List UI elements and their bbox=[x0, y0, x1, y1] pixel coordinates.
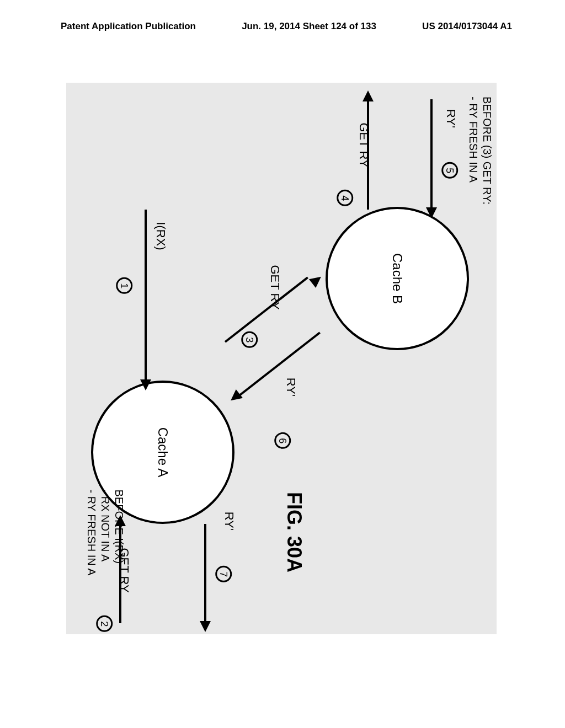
node-cache-a-label: Cache A bbox=[155, 427, 170, 478]
node-cache-b-label: Cache B bbox=[390, 253, 405, 304]
step-4: 4 bbox=[322, 176, 367, 206]
header-center: Jun. 19, 2014 Sheet 124 of 133 bbox=[242, 21, 376, 32]
step-4-badge: 4 bbox=[337, 190, 353, 206]
header-left: Patent Application Publication bbox=[61, 21, 196, 32]
step-6: 6 bbox=[260, 419, 305, 449]
arrow-1-head bbox=[140, 379, 151, 390]
step-4-label: GET RY bbox=[356, 122, 371, 167]
step-6-label: RY' bbox=[284, 378, 298, 397]
figure-caption: FIG. 30A bbox=[282, 492, 306, 572]
step-5-badge: 5 bbox=[441, 162, 458, 179]
arrow-4-head bbox=[363, 90, 374, 101]
step-2: 2 bbox=[82, 602, 127, 632]
arrow-6-head bbox=[227, 389, 243, 405]
page-header: Patent Application Publication Jun. 19, … bbox=[0, 0, 565, 32]
arrow-5-head bbox=[426, 207, 437, 218]
arrow-1 bbox=[145, 210, 147, 382]
step-7: 7 bbox=[201, 553, 246, 582]
step-7-label: RY' bbox=[222, 512, 236, 531]
arrow-7-head bbox=[200, 621, 211, 632]
node-cache-b: Cache B bbox=[326, 207, 469, 350]
step-3: 3 bbox=[227, 318, 272, 348]
step-1-badge: 1 bbox=[116, 277, 132, 294]
header-right: US 2014/0173044 A1 bbox=[422, 21, 512, 32]
arrow-3-head bbox=[309, 272, 324, 288]
step-6-badge: 6 bbox=[274, 432, 291, 449]
step-5-label: RY' bbox=[444, 109, 458, 128]
step-2-badge: 2 bbox=[96, 615, 113, 632]
step-3-badge: 3 bbox=[241, 331, 258, 348]
step-1-label: I(RX) bbox=[153, 222, 168, 250]
figure-canvas: Cache A Cache B BEFORE I(RX) - RX NOT IN… bbox=[66, 83, 497, 634]
step-3-label: GET RY bbox=[268, 265, 282, 309]
step-1: 1 bbox=[102, 264, 147, 294]
step-5: 5 bbox=[427, 149, 472, 179]
step-2-label: GET RY bbox=[117, 548, 131, 592]
arrow-2-head bbox=[115, 515, 126, 526]
step-7-badge: 7 bbox=[215, 566, 232, 582]
